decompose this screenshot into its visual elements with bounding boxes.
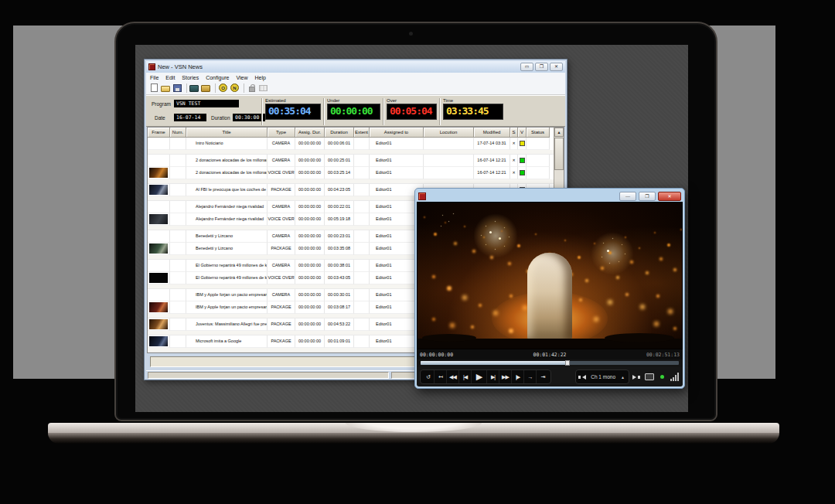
rewind-button[interactable]: ◀◀	[447, 370, 459, 383]
timecode-position: 00:01:42:22	[417, 352, 683, 358]
audio-level-icon[interactable]	[670, 373, 680, 381]
loop-button[interactable]: ↺	[422, 370, 435, 383]
cell-extent	[354, 184, 370, 196]
table-header: FrameNum.TitleTypeAssig. Dur.DurationExt…	[148, 128, 564, 138]
audio-channel-selector[interactable]: Ch 1 mono ▲	[575, 369, 629, 384]
step-forward-button[interactable]: |▶	[512, 370, 524, 383]
title-bar[interactable]: New - VSN News ▭ ❐ ✕	[146, 61, 565, 73]
jump-forward-button[interactable]: →	[524, 370, 537, 383]
go-to-in-button[interactable]: ↤	[435, 370, 447, 383]
column-header-status[interactable]: Status	[527, 128, 550, 138]
cell-num	[170, 301, 186, 314]
cell-extent	[354, 301, 370, 314]
timer-value: 00:35:04	[265, 104, 321, 120]
column-header-assig-dur-[interactable]: Assig. Dur.	[295, 128, 325, 138]
column-header-extent[interactable]: Extent	[354, 128, 370, 138]
export-story-button[interactable]	[201, 83, 211, 93]
column-header-num-[interactable]: Num.	[170, 128, 186, 138]
cell-type: CAMERA	[268, 230, 295, 243]
panel-divider	[383, 98, 383, 125]
table-row[interactable]: 2 donaciones alocadas de los millonarios…	[148, 155, 554, 167]
menu-item-help[interactable]: Help	[255, 75, 266, 80]
play-button[interactable]: ▶	[472, 370, 487, 383]
grid-button[interactable]	[258, 83, 268, 93]
import-story-button[interactable]	[189, 83, 199, 93]
close-button[interactable]: ✕	[550, 63, 563, 71]
scroll-up-arrow[interactable]: ▲	[554, 128, 564, 137]
cell-frame	[148, 184, 170, 196]
cell-duration: 00:00:22:01	[325, 201, 354, 213]
cell-num	[170, 184, 186, 196]
table-row[interactable]: Intro NoticiarioCAMERA00:00:00:0000:00:0…	[148, 138, 554, 150]
duration-field[interactable]: 00:30:00	[233, 114, 265, 121]
new-document-button[interactable]	[149, 83, 159, 93]
column-header-s[interactable]: S	[510, 128, 518, 138]
cell-duration: 00:04:23:05	[325, 184, 354, 196]
player-minimize-button[interactable]: —	[619, 192, 636, 201]
player-maximize-button[interactable]: ❐	[639, 192, 656, 201]
cell-title: Al FBI le preocupa que los coches de Go	[186, 184, 268, 196]
menu-item-edit[interactable]: Edit	[165, 75, 175, 80]
onair-n-button[interactable]: N	[230, 83, 240, 93]
minimize-button[interactable]: ▭	[520, 63, 533, 71]
cell-num	[170, 201, 186, 213]
cell-duration: 00:03:43:05	[325, 272, 354, 284]
cell-extent	[354, 243, 370, 255]
column-header-type[interactable]: Type	[268, 128, 295, 138]
menu-item-configure[interactable]: Configure	[206, 75, 229, 80]
seek-bar[interactable]	[417, 359, 683, 367]
next-frame-button[interactable]: ▶|	[487, 370, 499, 383]
cell-type: CAMERA	[268, 260, 295, 272]
cell-type: PACKAGE	[268, 301, 295, 314]
cell-v	[518, 155, 527, 167]
monument	[527, 253, 572, 339]
frame-thumbnail	[149, 185, 168, 195]
player-title-bar[interactable]: — ❐ ✕	[417, 190, 683, 202]
go-to-out-button[interactable]: ⇥	[537, 370, 549, 383]
column-header-v[interactable]: V	[518, 128, 527, 138]
onair-o-button[interactable]: O	[218, 83, 228, 93]
cell-extent	[354, 201, 370, 213]
column-header-locution[interactable]: Locution	[424, 128, 474, 138]
cell-assig-dur: 00:00:00:00	[295, 260, 325, 272]
cell-title: El Gobierno repartirá 49 millones de kil…	[186, 272, 268, 284]
channel-up-arrow[interactable]: ▲	[619, 375, 627, 380]
column-header-duration[interactable]: Duration	[325, 128, 354, 138]
cell-assig-dur: 00:00:00:00	[295, 167, 325, 179]
seek-track[interactable]	[421, 361, 679, 365]
menu-item-view[interactable]: View	[237, 75, 248, 80]
ground-silhouette	[418, 339, 682, 349]
cell-title: Intro Noticiario	[186, 138, 268, 150]
column-header-frame[interactable]: Frame	[148, 128, 170, 138]
column-header-title[interactable]: Title	[186, 128, 268, 138]
menu-item-stories[interactable]: Stories	[182, 75, 199, 80]
save-button[interactable]	[172, 83, 182, 93]
column-header-assigned-to[interactable]: Assigned to	[370, 128, 424, 138]
prev-frame-button[interactable]: |◀	[459, 370, 472, 383]
maximize-button[interactable]: ❐	[535, 63, 548, 71]
video-player-window: — ❐ ✕ 00:00:00:00 00:01:42:22 00:02:51:1…	[414, 188, 685, 389]
date-field[interactable]: 16-07-14	[174, 114, 206, 121]
lock-button[interactable]	[247, 83, 257, 93]
cell-frame	[148, 301, 170, 314]
cell-assigned-to: Editor01	[370, 155, 424, 167]
monitor-icon[interactable]	[645, 373, 654, 380]
player-close-button[interactable]: ✕	[658, 192, 681, 201]
open-folder-button[interactable]	[161, 83, 171, 93]
program-field[interactable]: VSN TEST	[174, 100, 239, 107]
video-status-square	[520, 158, 525, 163]
cell-duration: 00:04:53:22	[325, 318, 354, 331]
frame-thumbnail	[149, 243, 168, 254]
mute-icon[interactable]	[632, 375, 639, 380]
menu-item-file[interactable]: File	[150, 75, 158, 80]
column-header-modified[interactable]: Modified	[474, 128, 510, 138]
panel-divider	[439, 98, 440, 125]
cell-title: Alejandro Fernández niega rivalidad	[186, 201, 268, 213]
table-row[interactable]: 2 donaciones alocadas de los millonarios…	[148, 167, 554, 179]
scroll-thumb[interactable]	[554, 138, 564, 170]
fast-forward-button[interactable]: ▶▶	[499, 370, 512, 383]
cell-extent	[354, 230, 370, 243]
frame-thumbnail	[149, 336, 168, 346]
seek-elapsed	[421, 361, 567, 365]
seek-thumb[interactable]	[565, 360, 570, 366]
